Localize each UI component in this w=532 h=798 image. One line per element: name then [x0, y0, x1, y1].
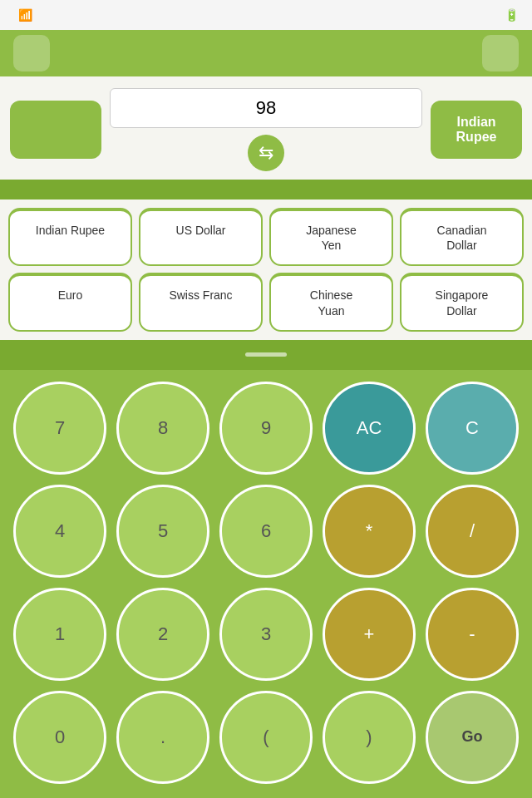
- to-currency-label: IndianRupee: [456, 115, 497, 145]
- key--button[interactable]: /: [426, 485, 519, 578]
- key--button[interactable]: *: [323, 485, 416, 578]
- key-8-button[interactable]: 8: [116, 382, 209, 475]
- currency-cell[interactable]: SingaporeDollar: [400, 273, 524, 331]
- key--button[interactable]: -: [426, 588, 519, 681]
- currency-cell[interactable]: Swiss Franc: [139, 273, 263, 331]
- app-header: [0, 30, 532, 76]
- key-9-button[interactable]: 9: [219, 382, 313, 475]
- key--button[interactable]: ): [323, 691, 416, 784]
- swap-button[interactable]: ⇆: [248, 135, 284, 171]
- currency-cell[interactable]: Euro: [8, 273, 132, 331]
- keypad-area: 789ACC456*/123+-0.()Go: [0, 370, 532, 797]
- to-currency-button[interactable]: IndianRupee: [431, 101, 522, 159]
- input-area: ⇆ IndianRupee: [0, 76, 532, 180]
- key--button[interactable]: (: [219, 691, 313, 784]
- key-3-button[interactable]: 3: [219, 588, 313, 681]
- key-6-button[interactable]: 6: [219, 485, 313, 578]
- key-ac-button[interactable]: AC: [323, 382, 416, 475]
- currency-cell[interactable]: JapaneseYen: [269, 208, 393, 266]
- currency-grid-area: Indian RupeeUS DollarJapaneseYenCanadian…: [0, 200, 532, 340]
- key-5-button[interactable]: 5: [116, 485, 209, 578]
- key-7-button[interactable]: 7: [13, 382, 106, 475]
- drag-area: [0, 340, 532, 370]
- currency-cell[interactable]: Indian Rupee: [8, 208, 132, 266]
- currency-cell[interactable]: ChineseYuan: [269, 273, 393, 331]
- keypad-grid: 789ACC456*/123+-0.()Go: [13, 382, 519, 784]
- status-bar: 📶 🔋: [0, 0, 532, 30]
- key-4-button[interactable]: 4: [13, 485, 106, 578]
- input-center: ⇆: [110, 88, 422, 171]
- from-currency-button[interactable]: [10, 101, 101, 159]
- settings-button[interactable]: [482, 35, 519, 71]
- key-1-button[interactable]: 1: [13, 588, 106, 681]
- key--button[interactable]: .: [116, 691, 209, 784]
- currency-cell[interactable]: CanadianDollar: [400, 208, 524, 266]
- status-carrier: 📶: [13, 8, 32, 22]
- currency-grid: Indian RupeeUS DollarJapaneseYenCanadian…: [8, 208, 524, 332]
- status-battery: 🔋: [505, 8, 519, 22]
- key-0-button[interactable]: 0: [13, 691, 106, 784]
- amount-input[interactable]: [110, 88, 422, 128]
- menu-button[interactable]: [13, 35, 50, 71]
- swap-icon: ⇆: [259, 142, 273, 164]
- key-c-button[interactable]: C: [426, 382, 519, 475]
- key-2-button[interactable]: 2: [116, 588, 209, 681]
- drag-handle: [245, 352, 287, 357]
- key--button[interactable]: +: [323, 588, 416, 681]
- currency-cell[interactable]: US Dollar: [139, 208, 263, 266]
- output-area: [0, 180, 532, 200]
- key-go-button[interactable]: Go: [426, 691, 519, 784]
